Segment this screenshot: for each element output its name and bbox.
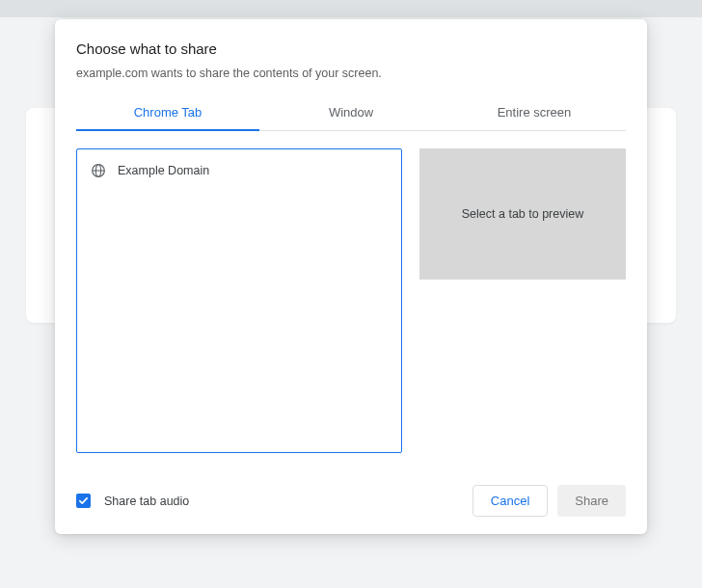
tab-chrome-tab[interactable]: Chrome Tab [76, 95, 259, 130]
tab-list-item[interactable]: Example Domain [77, 157, 401, 184]
dialog-title: Choose what to share [76, 40, 626, 57]
source-tabs: Chrome Tab Window Entire screen [76, 95, 626, 131]
globe-icon [91, 163, 106, 178]
dialog-buttons: Cancel Share [472, 485, 626, 517]
share-audio-checkbox[interactable] [76, 494, 91, 508]
tab-label: Chrome Tab [134, 105, 202, 120]
tab-entire-screen[interactable]: Entire screen [443, 95, 626, 130]
dialog-subtitle: example.com wants to share the contents … [76, 67, 626, 80]
browser-top-bar [0, 0, 702, 17]
tab-label: Entire screen [498, 105, 572, 120]
tab-window[interactable]: Window [259, 95, 443, 130]
tab-list[interactable]: Example Domain [76, 148, 402, 453]
share-dialog: Choose what to share example.com wants t… [55, 19, 647, 534]
cancel-button[interactable]: Cancel [472, 485, 548, 517]
preview-placeholder: Select a tab to preview [462, 207, 583, 221]
dialog-footer: Share tab audio Cancel Share [76, 485, 626, 517]
share-button[interactable]: Share [557, 485, 626, 517]
preview-pane: Select a tab to preview [419, 148, 626, 280]
share-audio-label: Share tab audio [104, 494, 189, 508]
tab-label: Window [329, 105, 373, 120]
content-row: Example Domain Select a tab to preview [76, 148, 626, 466]
share-audio-row: Share tab audio [76, 494, 189, 508]
tab-list-item-label: Example Domain [118, 164, 209, 177]
